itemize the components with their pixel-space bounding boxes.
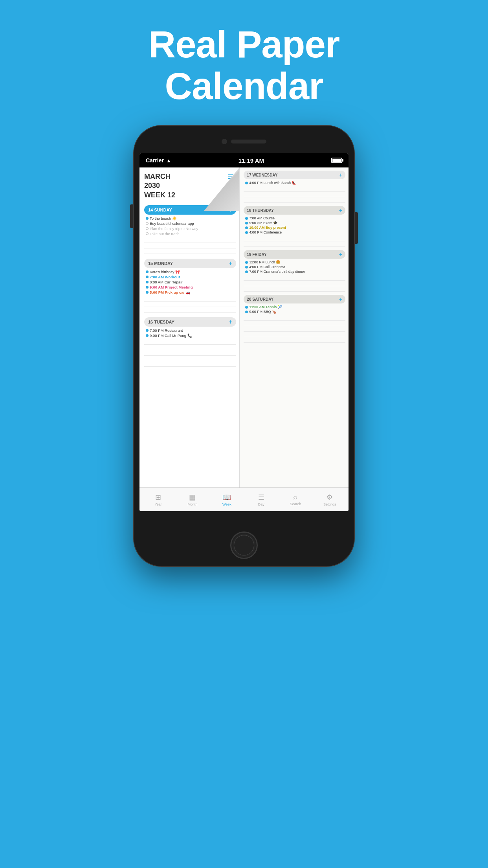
event-15-4: 9:00 AM Project Meeting	[144, 285, 236, 289]
app-headline: Real Paper Calendar	[0, 0, 488, 107]
dot-20-2	[245, 311, 248, 313]
dot-18-2	[245, 222, 248, 224]
event-18-4: 4:00 PM Conference	[244, 230, 345, 234]
event-18-1: 7:00 AM Course	[244, 216, 345, 220]
day-label-18: 18 THURSDAY	[247, 208, 274, 213]
lines-17	[244, 186, 345, 203]
dot-18-3	[245, 226, 248, 229]
tab-month-label: Month	[187, 502, 197, 506]
status-bar: Carrier ▲ 11:19 AM	[139, 153, 349, 167]
phone-screen: Carrier ▲ 11:19 AM MARCH 2030 WEEK 12 ☰	[139, 153, 349, 511]
dot-19-1	[245, 261, 248, 264]
dot-18-1	[245, 217, 248, 220]
event-text-18-2: 9:00 AM Exam 🎓	[249, 221, 277, 225]
event-text-17-1: 4:00 PM Lunch with Sarah 👠	[249, 181, 296, 185]
event-text-15-1: Kate's birthday 🎀	[150, 270, 180, 274]
event-14-3: Plan the family trip to Norway	[144, 226, 236, 231]
search-icon: ⌕	[293, 493, 297, 501]
event-19-3: 7:00 PM Grandma's birthday dinner	[244, 270, 345, 274]
day-section-15: 15 MONDAY + Kate's birthday 🎀 7:00 AM Wo…	[144, 259, 236, 313]
dot-14-2	[146, 222, 149, 225]
dot-19-3	[245, 270, 248, 273]
tab-settings[interactable]: ⚙ Settings	[313, 493, 347, 506]
event-14-2: Buy beautiful calendar app	[144, 221, 236, 226]
event-14-1: To the beach ☀️	[144, 216, 236, 221]
event-15-5: 5:00 PM Pick up car 🚗	[144, 290, 236, 294]
event-text-18-3: 10:00 AM Buy present	[249, 226, 286, 230]
dot-15-1	[146, 270, 149, 273]
event-text-18-4: 4:00 PM Conference	[249, 230, 282, 234]
day-header-16[interactable]: 16 TUESDAY +	[144, 317, 236, 327]
battery-icon	[331, 158, 342, 163]
dot-14-4	[146, 232, 149, 235]
dot-16-1	[146, 329, 149, 332]
day-add-18[interactable]: +	[339, 207, 342, 213]
day-add-15[interactable]: +	[229, 260, 232, 267]
day-section-18: 18 THURSDAY + 7:00 AM Course 9:00 AM Exa…	[244, 206, 345, 247]
event-19-1: 12:00 PM Lunch 🍔	[244, 260, 345, 264]
event-text-14-4: Take out the trash	[150, 232, 180, 236]
day-add-16[interactable]: +	[229, 318, 232, 326]
event-text-15-5: 5:00 PM Pick up car 🚗	[150, 290, 191, 294]
lines-15	[144, 296, 236, 313]
day-section-17: 17 WEDNESDAY + 4:00 PM Lunch with Sarah …	[244, 171, 345, 203]
day-header-19[interactable]: 19 FRIDAY +	[244, 250, 345, 259]
event-16-1: 7:00 PM Restaurant	[144, 328, 236, 333]
phone-top	[134, 126, 354, 157]
lines-16	[144, 339, 236, 367]
event-16-2: 9:00 PM Call Mr Pong 📞	[144, 333, 236, 338]
tab-search[interactable]: ⌕ Search	[278, 493, 312, 506]
status-left: Carrier ▲	[146, 157, 171, 164]
day-section-16: 16 TUESDAY + 7:00 PM Restaurant 9:00 PM …	[144, 317, 236, 367]
tab-day-label: Day	[258, 502, 264, 506]
event-text-14-2: Buy beautiful calendar app	[150, 221, 194, 226]
dot-16-2	[146, 334, 149, 337]
dot-17-1	[245, 182, 248, 184]
day-label-20: 20 SATURDAY	[247, 297, 273, 302]
tab-year[interactable]: ⊞ Year	[141, 493, 175, 506]
day-header-20[interactable]: 20 SATURDAY +	[244, 295, 345, 303]
dot-19-2	[245, 266, 248, 268]
home-button[interactable]	[230, 531, 258, 559]
tab-week[interactable]: 📖 Week	[210, 493, 244, 506]
event-15-1: Kate's birthday 🎀	[144, 270, 236, 274]
wifi-icon: ▲	[166, 158, 171, 164]
event-text-19-3: 7:00 PM Grandma's birthday dinner	[249, 270, 305, 274]
day-header-15[interactable]: 15 MONDAY +	[144, 259, 236, 268]
event-15-2: 7:00 AM Workout	[144, 275, 236, 279]
event-17-1: 4:00 PM Lunch with Sarah 👠	[244, 181, 345, 185]
tab-year-label: Year	[155, 502, 162, 506]
camera-dot	[222, 139, 227, 144]
day-header-18[interactable]: 18 THURSDAY +	[244, 206, 345, 215]
event-text-20-1: 11:00 AM Tennis 🎾	[249, 305, 282, 309]
day-label-15: 15 MONDAY	[148, 261, 173, 266]
lines-14	[144, 237, 236, 254]
event-text-15-2: 7:00 AM Workout	[150, 275, 180, 279]
day-add-20[interactable]: +	[339, 296, 342, 302]
event-18-2: 9:00 AM Exam 🎓	[244, 221, 345, 225]
tab-month[interactable]: ▦ Month	[175, 493, 209, 506]
lines-19	[244, 275, 345, 292]
day-header-17[interactable]: 17 WEDNESDAY +	[244, 171, 345, 179]
day-label-16: 16 TUESDAY	[148, 320, 174, 324]
carrier-text: Carrier	[146, 157, 164, 164]
dot-15-5	[146, 291, 149, 294]
dot-15-4	[146, 286, 149, 289]
week-icon: 📖	[222, 493, 231, 502]
tab-day[interactable]: ☰ Day	[244, 493, 278, 506]
dot-14-3	[146, 227, 149, 230]
dot-18-4	[245, 231, 248, 234]
status-right	[331, 158, 342, 163]
dot-20-1	[245, 306, 248, 309]
event-text-19-2: 4:00 PM Call Grandma	[249, 265, 285, 269]
event-20-1: 11:00 AM Tennis 🎾	[244, 305, 345, 309]
tab-settings-label: Settings	[323, 502, 336, 506]
left-page: MARCH 2030 WEEK 12 ☰ 14 SUNDAY + To the …	[139, 167, 240, 487]
day-section-19: 19 FRIDAY + 12:00 PM Lunch 🍔 4:00 PM Cal…	[244, 250, 345, 292]
day-label-14: 14 SUNDAY	[148, 208, 172, 212]
day-label-17: 17 WEDNESDAY	[247, 173, 277, 177]
event-text-20-2: 9:00 PM BBQ 🍗	[249, 310, 276, 314]
day-add-19[interactable]: +	[339, 251, 342, 257]
dot-15-2	[146, 276, 149, 278]
day-add-17[interactable]: +	[339, 172, 342, 178]
